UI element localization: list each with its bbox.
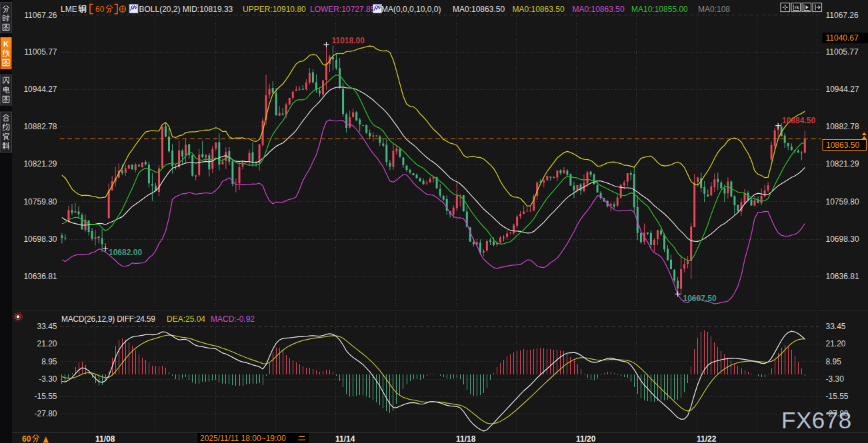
svg-text:MA0:10863.50: MA0:10863.50 bbox=[453, 5, 505, 14]
svg-text:21.20: 21.20 bbox=[37, 339, 57, 348]
svg-text:2025/11/11 18:00~19:00: 2025/11/11 18:00~19:00 bbox=[200, 434, 286, 443]
svg-text:11/22: 11/22 bbox=[697, 434, 717, 443]
svg-text:MA10:10855.00: MA10:10855.00 bbox=[631, 5, 688, 14]
svg-text:-15.55: -15.55 bbox=[826, 392, 849, 401]
svg-text:MA0:108: MA0:108 bbox=[698, 5, 730, 14]
svg-text:11/18: 11/18 bbox=[456, 434, 476, 443]
svg-text:FX678: FX678 bbox=[781, 407, 852, 433]
svg-text:10863.50: 10863.50 bbox=[826, 141, 859, 150]
svg-text:10759.80: 10759.80 bbox=[23, 197, 57, 207]
svg-text:8.95: 8.95 bbox=[826, 357, 842, 366]
svg-text:-27.80: -27.80 bbox=[34, 409, 57, 418]
svg-text:-15.55: -15.55 bbox=[34, 392, 57, 401]
svg-text:11067.26: 11067.26 bbox=[826, 11, 859, 20]
svg-text:UPPER:10910.80: UPPER:10910.80 bbox=[243, 5, 306, 14]
svg-text:11005.77: 11005.77 bbox=[24, 47, 57, 57]
svg-text:11067.26: 11067.26 bbox=[24, 11, 57, 20]
svg-text:10821.29: 10821.29 bbox=[23, 159, 57, 169]
svg-text:11005.77: 11005.77 bbox=[826, 47, 859, 57]
svg-text:10636.81: 10636.81 bbox=[826, 272, 859, 281]
svg-text:11040.67: 11040.67 bbox=[826, 33, 859, 43]
svg-text:11/14: 11/14 bbox=[335, 434, 355, 443]
svg-text:10698.30: 10698.30 bbox=[23, 234, 57, 244]
svg-text:60: 60 bbox=[22, 434, 31, 443]
svg-text:10682.00: 10682.00 bbox=[109, 248, 142, 257]
svg-text:33.45: 33.45 bbox=[37, 322, 57, 331]
svg-text:MA0:10863.50: MA0:10863.50 bbox=[573, 5, 625, 14]
svg-text:DEA:25.04: DEA:25.04 bbox=[167, 314, 205, 324]
svg-text:-3.30: -3.30 bbox=[39, 374, 57, 384]
svg-text:10636.81: 10636.81 bbox=[23, 272, 57, 281]
svg-text:10882.78: 10882.78 bbox=[23, 122, 57, 131]
svg-text:11/20: 11/20 bbox=[576, 434, 596, 443]
svg-text:11/08: 11/08 bbox=[95, 434, 115, 443]
svg-text:MA0:10863.50: MA0:10863.50 bbox=[513, 5, 565, 14]
svg-text:10884.50: 10884.50 bbox=[782, 116, 815, 125]
svg-text:LME: LME bbox=[61, 5, 77, 14]
svg-text:10882.78: 10882.78 bbox=[826, 122, 859, 131]
svg-text:MACD(26,12,9) DIFF:24.59: MACD(26,12,9) DIFF:24.59 bbox=[61, 314, 155, 324]
svg-text:10607.50: 10607.50 bbox=[683, 294, 717, 303]
svg-text:8.95: 8.95 bbox=[41, 357, 57, 366]
svg-text:21.20: 21.20 bbox=[826, 339, 846, 348]
svg-text:60: 60 bbox=[95, 5, 105, 14]
svg-text:10944.27: 10944.27 bbox=[23, 85, 57, 94]
svg-text:33.45: 33.45 bbox=[826, 322, 846, 331]
svg-text:-3.30: -3.30 bbox=[826, 374, 845, 384]
svg-text:MACD:-0.92: MACD:-0.92 bbox=[211, 314, 255, 324]
svg-text:LOWER:10727.85: LOWER:10727.85 bbox=[310, 5, 375, 14]
svg-text:K: K bbox=[3, 40, 9, 48]
svg-text:10759.80: 10759.80 bbox=[826, 197, 859, 207]
svg-text:11018.00: 11018.00 bbox=[332, 36, 365, 45]
svg-text:MA(0,0,0,10,0,0): MA(0,0,0,10,0,0) bbox=[381, 5, 441, 14]
svg-text:10821.29: 10821.29 bbox=[826, 159, 859, 169]
svg-text:BOLL(20,2) MID:10819.33: BOLL(20,2) MID:10819.33 bbox=[139, 5, 233, 14]
svg-text:10944.27: 10944.27 bbox=[826, 85, 859, 94]
svg-text:10698.30: 10698.30 bbox=[826, 234, 859, 244]
